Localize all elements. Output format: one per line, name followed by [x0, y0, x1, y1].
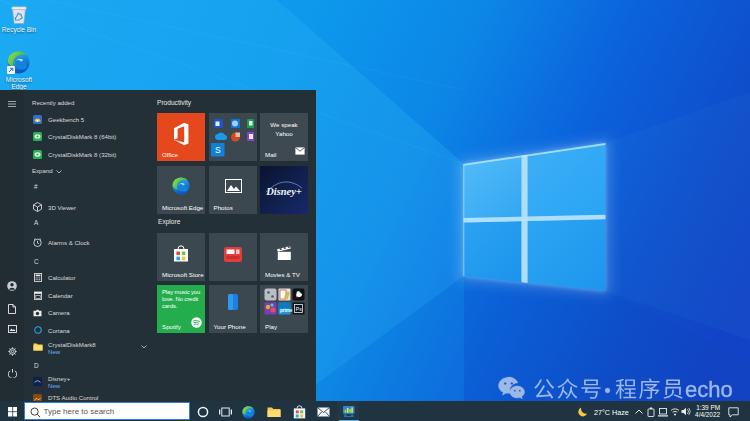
- svg-text:Ps: Ps: [296, 306, 302, 312]
- svg-text:echo: echo: [685, 377, 733, 402]
- svg-text:S: S: [215, 145, 221, 155]
- svg-text:Disney+: Disney+: [265, 186, 302, 197]
- svg-text:prime: prime: [280, 307, 293, 312]
